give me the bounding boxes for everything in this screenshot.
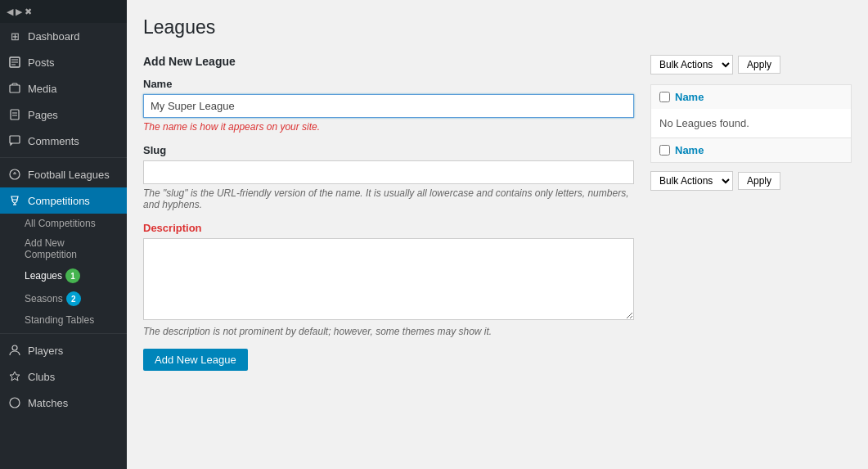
sidebar-divider-2 <box>0 333 127 334</box>
add-new-league-button[interactable]: Add New League <box>143 349 248 371</box>
name-field-group: Name The name is how it appears on your … <box>143 78 634 133</box>
slug-help-text: The "slug" is the URL-friendly version o… <box>143 187 634 210</box>
table-header-bottom: Name <box>650 138 852 163</box>
sidebar-sub-label: Leagues <box>25 270 62 282</box>
slug-field-group: Slug The "slug" is the URL-friendly vers… <box>143 144 634 210</box>
sidebar-item-clubs[interactable]: Clubs <box>0 363 127 390</box>
sidebar-item-label: Clubs <box>28 371 55 383</box>
sidebar-item-pages[interactable]: Pages <box>0 101 127 128</box>
sidebar-sub-label: Seasons <box>25 293 63 304</box>
seasons-badge: 2 <box>66 291 81 306</box>
sidebar-item-label: Dashboard <box>28 30 80 43</box>
sidebar-item-football-leagues[interactable]: Football Leagues <box>0 161 127 187</box>
svg-rect-8 <box>10 136 20 143</box>
players-icon <box>8 344 21 357</box>
sidebar-sub-seasons[interactable]: Seasons 2 <box>0 287 127 310</box>
sidebar-sub-all-competitions[interactable]: All Competitions <box>0 214 127 233</box>
content-wrapper: Add New League Name The name is how it a… <box>143 55 852 453</box>
posts-icon <box>8 56 21 69</box>
sidebar-item-label: Comments <box>28 135 79 147</box>
svg-point-9 <box>10 169 20 179</box>
form-panel: Add New League Name The name is how it a… <box>143 55 634 453</box>
sidebar-top-bar: ◀ ▶ ✖ <box>0 0 127 23</box>
table-top-bar: Bulk Actions Apply <box>650 55 852 74</box>
leagues-badge: 1 <box>65 268 80 283</box>
description-textarea[interactable] <box>143 238 634 320</box>
table-header-top: Name <box>650 84 852 109</box>
page-title: Leagues <box>143 16 852 38</box>
sidebar-item-posts[interactable]: Posts <box>0 49 127 75</box>
table-bottom-bar: Bulk Actions Apply <box>650 171 852 191</box>
table-panel: Bulk Actions Apply Name No Leagues found… <box>650 55 852 453</box>
sidebar-divider-1 <box>0 157 127 158</box>
form-section-title: Add New League <box>143 55 634 68</box>
sidebar-top-bar-icons: ◀ ▶ ✖ <box>7 7 32 17</box>
svg-rect-4 <box>10 85 20 92</box>
sidebar-item-matches[interactable]: Matches <box>0 390 127 416</box>
description-help-text: The description is not prominent by defa… <box>143 326 634 337</box>
sidebar-sub-label: Add New Competition <box>25 237 119 260</box>
sidebar-item-comments[interactable]: Comments <box>0 128 127 154</box>
sidebar: ◀ ▶ ✖ ⊞ Dashboard Posts Media Pages Comm… <box>0 0 127 469</box>
select-all-checkbox-bottom[interactable] <box>659 145 670 156</box>
name-column-header-top[interactable]: Name <box>675 91 704 103</box>
apply-button-top[interactable]: Apply <box>738 56 780 74</box>
sidebar-item-label: Posts <box>28 56 55 69</box>
sidebar-item-label: Football Leagues <box>28 169 110 181</box>
svg-point-12 <box>12 345 17 350</box>
name-help-text: The name is how it appears on your site. <box>143 121 634 133</box>
matches-icon <box>8 396 21 409</box>
sidebar-sub-leagues[interactable]: Leagues 1 <box>0 264 127 287</box>
main-content: Leagues Add New League Name The name is … <box>127 0 868 469</box>
bulk-actions-select-bottom[interactable]: Bulk Actions <box>650 171 733 191</box>
sidebar-sub-add-competition[interactable]: Add New Competition <box>0 233 127 264</box>
sidebar-item-label: Players <box>28 345 63 357</box>
select-all-checkbox-top[interactable] <box>659 92 670 102</box>
bulk-actions-select-top[interactable]: Bulk Actions <box>650 55 733 74</box>
sidebar-item-label: Matches <box>28 397 68 409</box>
apply-button-bottom[interactable]: Apply <box>738 172 780 190</box>
sidebar-sub-label: All Competitions <box>25 218 96 229</box>
football-leagues-icon <box>8 168 21 181</box>
slug-label: Slug <box>143 144 634 156</box>
description-label: Description <box>143 222 634 234</box>
sidebar-item-media[interactable]: Media <box>0 75 127 101</box>
sidebar-sub-standing-tables[interactable]: Standing Tables <box>0 310 127 330</box>
sidebar-item-label: Pages <box>28 109 58 121</box>
sidebar-item-competitions[interactable]: Competitions <box>0 187 127 214</box>
pages-icon <box>8 108 21 121</box>
svg-point-13 <box>10 398 20 408</box>
comments-icon <box>8 134 21 147</box>
sidebar-item-dashboard[interactable]: ⊞ Dashboard <box>0 23 127 49</box>
name-column-header-bottom[interactable]: Name <box>675 144 704 156</box>
sidebar-item-label: Competitions <box>28 195 90 207</box>
competitions-icon <box>8 194 21 207</box>
sidebar-item-players[interactable]: Players <box>0 337 127 363</box>
sidebar-sub-label: Standing Tables <box>25 314 94 326</box>
clubs-icon <box>8 370 21 383</box>
slug-input[interactable] <box>143 160 634 184</box>
media-icon <box>8 82 21 95</box>
description-field-group: Description The description is not promi… <box>143 222 634 337</box>
dashboard-icon: ⊞ <box>8 29 21 43</box>
name-input[interactable] <box>143 94 634 118</box>
sidebar-item-label: Media <box>28 83 56 95</box>
svg-rect-5 <box>11 110 19 120</box>
name-label: Name <box>143 78 634 90</box>
no-leagues-message: No Leagues found. <box>650 109 852 138</box>
